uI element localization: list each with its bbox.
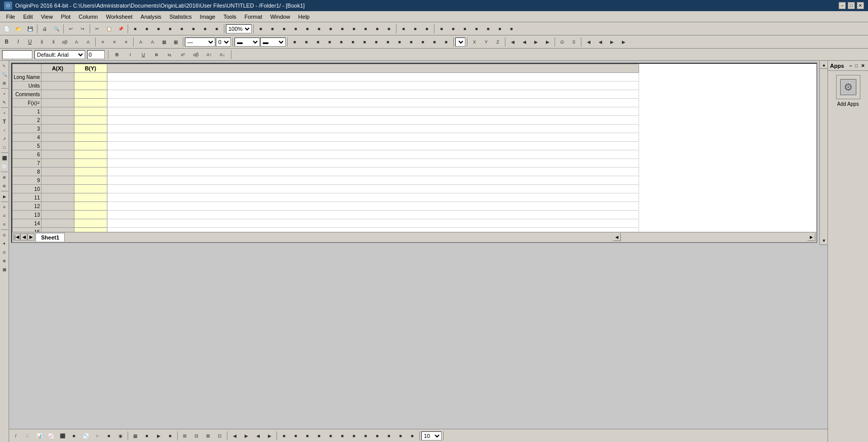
tb2-icon-arr4[interactable]: ▶ bbox=[618, 36, 629, 48]
units-b[interactable] bbox=[74, 82, 107, 90]
menu-item-help[interactable]: Help bbox=[294, 13, 314, 21]
menu-item-file[interactable]: File bbox=[2, 13, 19, 21]
copy-button[interactable]: 📋 bbox=[103, 23, 114, 34]
tb-icon-13[interactable]: ■ bbox=[302, 23, 313, 34]
tb-icon-22[interactable]: ■ bbox=[410, 23, 421, 34]
cell-b13[interactable] bbox=[74, 211, 107, 219]
bt-icon-33[interactable]: ■ bbox=[395, 430, 406, 441]
font-down-button[interactable]: A↓ bbox=[217, 49, 228, 60]
bt-icon-20[interactable]: ▶ bbox=[241, 430, 252, 441]
sheet-tab-1[interactable]: Sheet1 bbox=[35, 233, 65, 242]
draw-line-button[interactable]: / bbox=[1, 126, 9, 134]
bt-icon-23[interactable]: ■ bbox=[279, 430, 290, 441]
subscript-button[interactable]: x₁ bbox=[164, 49, 175, 60]
tb-icon-19[interactable]: ■ bbox=[372, 23, 383, 34]
align-center-button[interactable]: ≡ bbox=[109, 36, 120, 48]
cell-a12[interactable] bbox=[41, 202, 74, 211]
bt-icon-27[interactable]: ■ bbox=[325, 430, 336, 441]
comments-a[interactable] bbox=[41, 90, 74, 99]
object-tool-2[interactable]: ⊛ bbox=[1, 182, 9, 190]
bold-button[interactable]: B bbox=[111, 49, 123, 60]
sidebar-tool-8[interactable]: ▦ bbox=[1, 265, 9, 273]
line-color-select[interactable]: ▬ bbox=[234, 37, 260, 47]
font-up-button[interactable]: A↑ bbox=[204, 49, 215, 60]
tb2-icon-2[interactable]: I bbox=[13, 36, 24, 48]
tb2-icon-many-13[interactable]: ■ bbox=[429, 36, 440, 48]
vscroll-up[interactable]: ▲ bbox=[820, 61, 827, 69]
object-tool-1[interactable]: ⊕ bbox=[1, 173, 9, 181]
menu-item-column[interactable]: Column bbox=[74, 13, 102, 21]
align-right-button[interactable]: ≡ bbox=[121, 36, 132, 48]
paste-button[interactable]: 📌 bbox=[115, 23, 126, 34]
bt-icon-22[interactable]: ▶ bbox=[264, 430, 275, 441]
bt-icon-11[interactable]: ▦ bbox=[130, 430, 141, 441]
bt-icon-12[interactable]: ■ bbox=[141, 430, 152, 441]
cell-a7[interactable] bbox=[41, 159, 74, 168]
close-button[interactable]: ✕ bbox=[857, 2, 864, 9]
tb-icon-18[interactable]: ■ bbox=[360, 23, 371, 34]
tb-icon-26[interactable]: ■ bbox=[459, 23, 470, 34]
tb2-icon-6[interactable]: αβ bbox=[59, 36, 70, 48]
panel-toggle[interactable]: ▶ bbox=[1, 192, 9, 200]
cell-a5[interactable] bbox=[41, 142, 74, 150]
draw-tool-1[interactable]: + bbox=[1, 90, 9, 98]
align-left-button[interactable]: ≡ bbox=[97, 36, 108, 48]
draw-tool-2[interactable]: ✎ bbox=[1, 98, 9, 106]
bt-icon-4[interactable]: 📈 bbox=[45, 430, 56, 441]
bt-icon-18[interactable]: ⊡ bbox=[214, 430, 225, 441]
bt-icon-24[interactable]: ■ bbox=[290, 430, 301, 441]
superscript-button[interactable]: x² bbox=[177, 49, 188, 60]
tb-icon-3[interactable]: ■ bbox=[153, 23, 164, 34]
save-button[interactable]: 💾 bbox=[24, 23, 35, 34]
menu-item-edit[interactable]: Edit bbox=[19, 13, 37, 21]
tb2-icon-many-3[interactable]: ■ bbox=[312, 36, 324, 48]
cell-a1[interactable] bbox=[41, 107, 74, 116]
bt-icon-14[interactable]: ■ bbox=[165, 430, 176, 441]
tb-icon-14[interactable]: ■ bbox=[313, 23, 325, 34]
hscroll-left[interactable]: ◀ bbox=[613, 233, 621, 241]
bt-icon-2[interactable]: ∴ bbox=[22, 430, 33, 441]
fill-color-button[interactable]: A bbox=[135, 36, 146, 48]
bt-icon-8[interactable]: ○ bbox=[92, 430, 103, 441]
bt-icon-30[interactable]: ■ bbox=[360, 430, 371, 441]
fill-color-select[interactable]: ▬ bbox=[260, 37, 286, 47]
tb2-icon-arr3[interactable]: ▶ bbox=[606, 36, 617, 48]
minimize-button[interactable]: − bbox=[839, 2, 846, 9]
tb2-nav-4[interactable]: ▶ bbox=[542, 36, 553, 48]
tb-icon-12[interactable]: ■ bbox=[290, 23, 301, 34]
tb2-icon-many-11[interactable]: ■ bbox=[406, 36, 417, 48]
fx-b[interactable] bbox=[74, 99, 107, 107]
filter-select[interactable]: ▼ bbox=[455, 37, 465, 47]
tb-icon-20[interactable]: ■ bbox=[383, 23, 394, 34]
cell-b15[interactable] bbox=[74, 228, 107, 232]
spreadsheet-scroll-area[interactable]: A(X) B(Y) Long Name bbox=[12, 64, 816, 232]
bt-icon-28[interactable]: ■ bbox=[337, 430, 348, 441]
tb2-icon-many-1[interactable]: ■ bbox=[289, 36, 300, 48]
hscroll-right[interactable]: ▶ bbox=[807, 233, 815, 241]
tb-icon-29[interactable]: ■ bbox=[494, 23, 505, 34]
sidebar-tool-2[interactable]: ≡ bbox=[1, 212, 9, 220]
cell-b7[interactable] bbox=[74, 159, 107, 168]
tab-nav-first[interactable]: |◀ bbox=[13, 233, 20, 240]
add-apps-button[interactable]: ⚙ bbox=[836, 75, 860, 99]
line-width-select[interactable]: 0 bbox=[216, 37, 231, 47]
new-button[interactable]: 📄 bbox=[1, 23, 12, 34]
vscroll-down[interactable]: ▼ bbox=[820, 237, 827, 245]
tb-icon-7[interactable]: ■ bbox=[200, 23, 211, 34]
fx-a[interactable] bbox=[41, 99, 74, 107]
tb2-icon-arr2[interactable]: ◀ bbox=[595, 36, 606, 48]
tb2-icon-8[interactable]: A bbox=[83, 36, 94, 48]
cut-button[interactable]: ✂ bbox=[92, 23, 103, 34]
bt-icon-7[interactable]: 📉 bbox=[80, 430, 91, 441]
bt-icon-1[interactable]: / bbox=[10, 430, 21, 441]
tb2-icon-many-14[interactable]: ■ bbox=[441, 36, 452, 48]
menu-item-worksheet[interactable]: Worksheet bbox=[102, 13, 136, 21]
tb2-icon-many-8[interactable]: ■ bbox=[371, 36, 382, 48]
color-fill-button[interactable]: ⬜ bbox=[1, 163, 9, 171]
cell-b8[interactable] bbox=[74, 168, 107, 176]
font-size-input[interactable] bbox=[87, 50, 105, 59]
cell-b11[interactable] bbox=[74, 193, 107, 202]
border-button[interactable]: ▦ bbox=[159, 36, 170, 48]
menu-item-statistics[interactable]: Statistics bbox=[166, 13, 196, 21]
tb2-icon-many-4[interactable]: ■ bbox=[324, 36, 335, 48]
